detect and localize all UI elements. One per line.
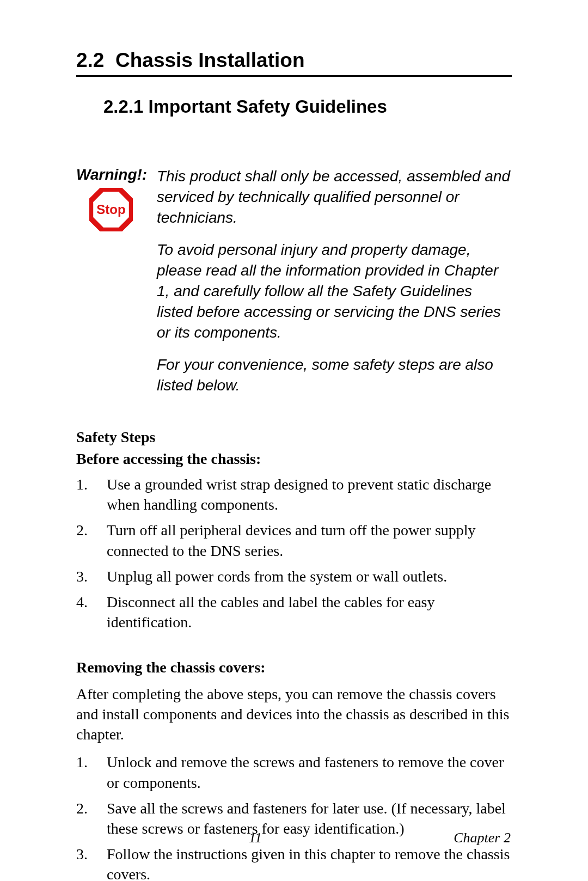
list-number: 2. [76, 520, 90, 560]
list-item: 1. Unlock and remove the screws and fast… [76, 752, 512, 792]
chapter-label: Chapter 2 [454, 830, 511, 846]
warning-left-column: Warning!: Stop [76, 166, 147, 231]
subsection-number: 2.2.1 [103, 96, 143, 117]
list-number: 4. [76, 592, 90, 632]
subsection-title: Important Safety Guidelines [149, 96, 387, 117]
list-number: 3. [76, 566, 90, 586]
list-text: Unlock and remove the screws and fastene… [107, 752, 512, 792]
before-accessing-list: 1. Use a grounded wrist strap designed t… [76, 474, 512, 633]
safety-steps-heading: Safety Steps [76, 429, 512, 446]
before-accessing-heading: Before accessing the chassis: [76, 450, 512, 468]
list-text: Follow the instructions given in this ch… [107, 844, 512, 881]
removing-covers-list: 1. Unlock and remove the screws and fast… [76, 752, 512, 881]
list-text: Unplug all power cords from the system o… [107, 566, 512, 586]
list-item: 3. Follow the instructions given in this… [76, 844, 512, 881]
section-number: 2.2 [76, 49, 104, 71]
list-number: 1. [76, 474, 90, 515]
removing-covers-heading: Removing the chassis covers: [76, 659, 512, 676]
list-item: 3. Unplug all power cords from the syste… [76, 566, 512, 586]
warning-label: Warning!: [76, 166, 147, 183]
stop-icon-text: Stop [96, 202, 125, 217]
section-title: Chassis Installation [115, 49, 305, 71]
list-number: 3. [76, 844, 90, 881]
stop-icon: Stop [89, 188, 133, 231]
list-item: 4. Disconnect all the cables and label t… [76, 592, 512, 632]
warning-body: This product shall only be accessed, ass… [157, 166, 512, 408]
warning-block: Warning!: Stop This product shall only b… [76, 166, 512, 408]
warning-paragraph: This product shall only be accessed, ass… [157, 166, 512, 228]
subsection-heading: 2.2.1 Important Safety Guidelines [103, 96, 512, 117]
page: 2.2 Chassis Installation 2.2.1 Important… [0, 0, 588, 881]
list-item: 2. Turn off all peripheral devices and t… [76, 520, 512, 560]
list-text: Use a grounded wrist strap designed to p… [107, 474, 512, 515]
list-text: Turn off all peripheral devices and turn… [107, 520, 512, 560]
page-number: 11 [0, 830, 511, 846]
list-number: 1. [76, 752, 90, 792]
removing-intro-paragraph: After completing the above steps, you ca… [76, 684, 512, 745]
list-item: 1. Use a grounded wrist strap designed t… [76, 474, 512, 515]
section-heading: 2.2 Chassis Installation [76, 49, 512, 77]
warning-paragraph: To avoid personal injury and property da… [157, 240, 512, 342]
page-footer: 11 Chapter 2 [0, 830, 588, 846]
warning-paragraph: For your convenience, some safety steps … [157, 354, 512, 396]
list-text: Disconnect all the cables and label the … [107, 592, 512, 632]
